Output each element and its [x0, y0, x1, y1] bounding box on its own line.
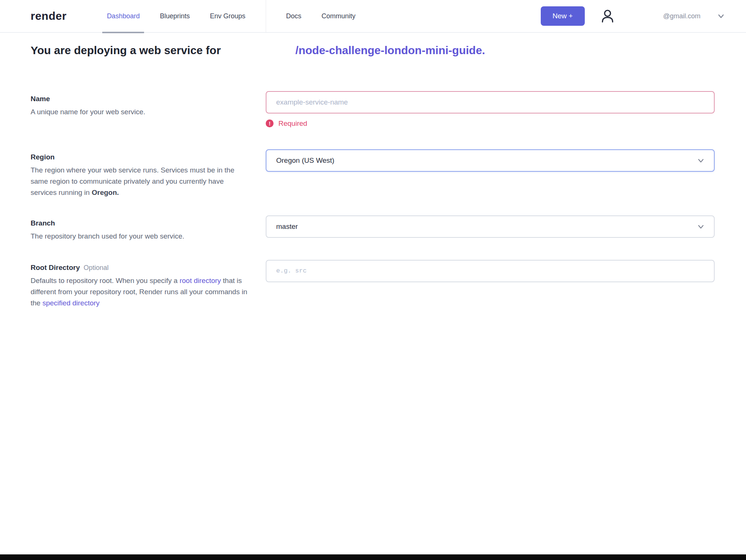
chevron-down-icon	[697, 156, 705, 165]
user-account-icon[interactable]	[600, 8, 615, 24]
region-description: The region where your web service runs. …	[31, 165, 249, 198]
name-field-col: ! Required	[266, 91, 715, 128]
region-label: Region	[31, 153, 249, 161]
root-directory-label: Root DirectoryOptional	[31, 264, 249, 272]
repo-name-link[interactable]: /node-challenge-london-mini-guide.	[296, 44, 485, 56]
region-selected-value: Oregon (US West)	[276, 156, 334, 165]
branch-selected-value: master	[276, 223, 298, 231]
form-row-branch: Branch The repository branch used for yo…	[31, 215, 715, 242]
branch-select[interactable]: master	[266, 215, 715, 238]
form-row-name: Name A unique name for your web service.…	[31, 91, 715, 128]
account-email: @gmail.com	[663, 12, 700, 20]
root-directory-input[interactable]	[266, 260, 715, 282]
name-error-text: Required	[278, 119, 307, 128]
name-label-col: Name A unique name for your web service.	[31, 91, 266, 118]
nav-item-community[interactable]: Community	[322, 0, 356, 32]
root-directory-desc-start: Defaults to repository root. When you sp…	[31, 277, 180, 284]
error-exclamation-icon: !	[266, 119, 274, 127]
region-select[interactable]: Oregon (US West)	[266, 149, 715, 172]
render-logo[interactable]: render	[31, 10, 66, 22]
nav-item-docs[interactable]: Docs	[286, 0, 302, 32]
form-row-region: Region The region where your web service…	[31, 149, 715, 198]
nav-item-dashboard[interactable]: Dashboard	[107, 0, 140, 32]
branch-description: The repository branch used for your web …	[31, 231, 249, 242]
optional-tag: Optional	[84, 264, 109, 271]
name-error: ! Required	[266, 119, 715, 128]
root-directory-label-col: Root DirectoryOptional Defaults to repos…	[31, 260, 266, 309]
account-menu[interactable]: @gmail.com	[663, 12, 725, 20]
root-directory-label-text: Root Directory	[31, 264, 80, 271]
header-right-group: New + @gmail.com	[541, 6, 725, 26]
deploy-web-service-form: Name A unique name for your web service.…	[31, 91, 715, 309]
specified-directory-link[interactable]: specified directory	[43, 299, 100, 307]
nav-item-env-groups[interactable]: Env Groups	[210, 0, 245, 32]
region-description-emphasis: Oregon.	[92, 189, 119, 196]
screenshot-bottom-edge-bar	[0, 554, 746, 560]
branch-label-col: Branch The repository branch used for yo…	[31, 215, 266, 242]
chevron-down-icon	[717, 12, 725, 20]
form-row-root-directory: Root DirectoryOptional Defaults to repos…	[31, 260, 715, 309]
branch-label: Branch	[31, 219, 249, 227]
root-directory-link[interactable]: root directory	[180, 277, 221, 284]
top-nav-bar: render Dashboard Blueprints Env Groups D…	[0, 0, 746, 33]
name-description: A unique name for your web service.	[31, 106, 249, 118]
root-directory-description: Defaults to repository root. When you sp…	[31, 275, 249, 309]
region-description-text: The region where your web service runs. …	[31, 166, 234, 196]
region-field-col: Oregon (US West)	[266, 149, 715, 172]
name-label: Name	[31, 95, 249, 103]
page-title: You are deploying a web service for/node…	[31, 43, 715, 57]
new-button[interactable]: New +	[541, 6, 585, 26]
nav-item-blueprints[interactable]: Blueprints	[160, 0, 190, 32]
nav-divider	[266, 0, 266, 32]
region-label-col: Region The region where your web service…	[31, 149, 266, 198]
name-input[interactable]	[266, 91, 715, 113]
page-title-prefix: You are deploying a web service for	[31, 44, 221, 56]
branch-field-col: master	[266, 215, 715, 238]
main-nav: Dashboard Blueprints Env Groups Docs Com…	[107, 0, 375, 32]
root-directory-field-col	[266, 260, 715, 282]
chevron-down-icon	[697, 223, 705, 231]
